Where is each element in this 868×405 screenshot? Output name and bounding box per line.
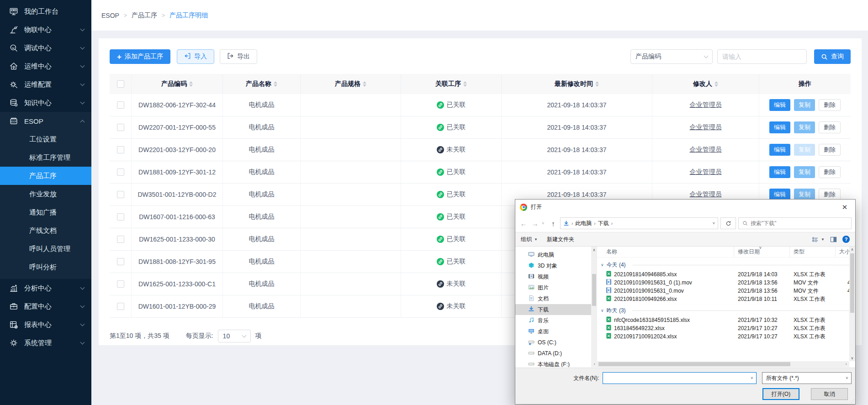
- tree-scrollbar[interactable]: ∧ ∨: [591, 247, 597, 367]
- tree-item-文档[interactable]: 文档: [515, 293, 591, 304]
- file-row[interactable]: 1631845649232.xlsx 2021/9/17 10:27 XLSX …: [597, 324, 855, 332]
- file-row[interactable]: 20210910190915631_0.mov 2021/9/18 13:56 …: [597, 287, 855, 295]
- header-product-code[interactable]: 产品编码: [132, 74, 223, 94]
- filetype-select[interactable]: 所有文件 (*.*) ˅: [762, 372, 852, 384]
- sort-icon[interactable]: [715, 81, 718, 87]
- scrollbar-thumb[interactable]: [850, 253, 854, 313]
- scrollbar-thumb[interactable]: [598, 362, 790, 366]
- file-row[interactable]: 20210918100949266.xlsx 2021/9/18 10:11 X…: [597, 295, 855, 303]
- tree-item-桌面[interactable]: 桌面: [515, 326, 591, 337]
- tree-item-下载[interactable]: 下载: [515, 304, 591, 315]
- filename-input[interactable]: [603, 373, 748, 384]
- close-icon[interactable]: ✕: [835, 200, 854, 215]
- sidebar-subitem-标准工序管理[interactable]: 标准工序管理: [0, 148, 91, 167]
- row-checkbox[interactable]: [117, 258, 124, 265]
- search-input[interactable]: [717, 49, 807, 64]
- row-checkbox[interactable]: [117, 303, 124, 310]
- address-path-downloads[interactable]: 下载: [598, 220, 609, 227]
- sidebar-item-ESOP[interactable]: ESOP ESOP: [0, 112, 91, 130]
- delete-button[interactable]: 删除: [819, 99, 841, 111]
- open-button[interactable]: 打开(O): [762, 388, 799, 400]
- sidebar-item-系统管理[interactable]: 系统管理: [0, 334, 91, 352]
- sidebar-item-运维中心[interactable]: 运维中心: [0, 57, 91, 75]
- scrollbar-thumb[interactable]: [592, 274, 596, 306]
- tree-item-音乐[interactable]: 音乐: [515, 315, 591, 326]
- dialog-search-input[interactable]: [751, 220, 847, 226]
- per-page-select[interactable]: 10: [218, 330, 251, 342]
- modifier-link[interactable]: 企业管理员: [690, 168, 722, 176]
- scroll-down-icon[interactable]: ∨: [851, 355, 854, 361]
- tree-item-3D 对象[interactable]: 3D 对象: [515, 260, 591, 271]
- horizontal-scrollbar[interactable]: ‹ ›: [591, 361, 849, 367]
- scroll-up-icon[interactable]: ∧: [851, 247, 854, 252]
- resize-grip[interactable]: ⋰: [851, 399, 854, 403]
- header-modifier[interactable]: 修改人: [652, 74, 759, 94]
- row-checkbox[interactable]: [117, 124, 124, 131]
- sidebar-item-运维配置[interactable]: 运维配置: [0, 75, 91, 94]
- collapse-chevron-icon[interactable]: ∨: [601, 263, 604, 267]
- back-icon[interactable]: ←: [519, 220, 528, 227]
- tree-item-视频[interactable]: 视频: [515, 271, 591, 282]
- sidebar-item-物联中心[interactable]: 物联中心: [0, 21, 91, 39]
- row-checkbox[interactable]: [117, 146, 124, 153]
- column-type[interactable]: 类型: [790, 247, 836, 257]
- delete-button[interactable]: 删除: [819, 144, 841, 156]
- file-row[interactable]: 20210910190915631_0 (1).mov 2021/9/18 13…: [597, 279, 855, 287]
- row-checkbox[interactable]: [117, 168, 124, 176]
- row-checkbox[interactable]: [117, 101, 124, 109]
- breadcrumb-esop[interactable]: ESOP: [101, 12, 119, 19]
- sort-icon[interactable]: [274, 81, 277, 87]
- address-dropdown-icon[interactable]: ˅: [713, 221, 715, 226]
- preview-pane-button[interactable]: [830, 236, 837, 243]
- sidebar-subitem-呼叫人员管理[interactable]: 呼叫人员管理: [0, 240, 91, 258]
- edit-button[interactable]: 编辑: [769, 144, 790, 156]
- file-row[interactable]: nfcQrcode1631845915185.xlsx 2021/9/17 10…: [597, 316, 855, 324]
- sort-icon[interactable]: [463, 81, 467, 87]
- chevron-down-icon[interactable]: ˅: [748, 376, 756, 380]
- file-group-header[interactable]: ∨ 今天 (4): [597, 259, 855, 270]
- dialog-search-box[interactable]: [738, 217, 852, 229]
- export-button[interactable]: 导出: [220, 49, 257, 64]
- tree-item-此电脑[interactable]: 此电脑: [515, 249, 591, 260]
- sort-icon[interactable]: [595, 81, 599, 87]
- dialog-titlebar[interactable]: 打开 ✕: [515, 200, 855, 215]
- file-group-header[interactable]: ∨ 昨天 (3): [597, 305, 855, 316]
- sort-icon[interactable]: [189, 81, 193, 87]
- add-product-process-button[interactable]: + 添加产品工序: [110, 49, 170, 64]
- header-linked-process[interactable]: 关联工序: [401, 74, 502, 94]
- modifier-link[interactable]: 企业管理员: [690, 123, 722, 131]
- row-checkbox[interactable]: [117, 191, 124, 198]
- modifier-link[interactable]: 企业管理员: [690, 146, 722, 154]
- sort-icon[interactable]: [363, 81, 366, 87]
- edit-button[interactable]: 编辑: [769, 99, 790, 111]
- file-row[interactable]: 20210917100912024.xlsx 2021/9/17 10:27 X…: [597, 332, 855, 341]
- tree-item-DATA (D:)[interactable]: DATA (D:): [515, 348, 591, 359]
- header-product-spec[interactable]: 产品规格: [301, 74, 401, 94]
- filter-field-select[interactable]: 产品编码: [630, 49, 713, 64]
- row-checkbox[interactable]: [117, 280, 124, 288]
- copy-button[interactable]: 复制: [794, 99, 815, 111]
- scroll-up-icon[interactable]: ∧: [593, 247, 596, 253]
- import-button[interactable]: 导入: [177, 49, 214, 64]
- row-checkbox[interactable]: [117, 213, 124, 221]
- header-modified-time[interactable]: 最新修改时间: [502, 74, 652, 94]
- help-icon[interactable]: ?: [842, 236, 850, 243]
- scroll-right-icon[interactable]: ›: [843, 362, 849, 366]
- copy-button[interactable]: 复制: [794, 121, 815, 133]
- sidebar-item-配置中心[interactable]: 配置中心: [0, 297, 91, 316]
- sidebar-item-报表中心[interactable]: 报表中心: [0, 316, 91, 334]
- edit-button[interactable]: 编辑: [769, 166, 790, 178]
- address-path-computer[interactable]: 此电脑: [575, 220, 592, 227]
- header-product-name[interactable]: 产品名称: [223, 74, 301, 94]
- sidebar-subitem-通知广播[interactable]: 通知广播: [0, 203, 91, 221]
- sidebar-subitem-作业发放[interactable]: 作业发放: [0, 185, 91, 203]
- file-row[interactable]: 20210918140946885.xlsx 2021/9/18 14:03 X…: [597, 270, 855, 279]
- breadcrumb-product-process[interactable]: 产品工序: [132, 11, 157, 20]
- sidebar-item-调试中心[interactable]: 调试中心: [0, 39, 91, 57]
- tree-item-本地磁盘 (F:)[interactable]: 本地磁盘 (F:): [515, 359, 591, 367]
- row-checkbox[interactable]: [117, 236, 124, 243]
- address-breadcrumb[interactable]: › 此电脑 › 下载 › ˅: [560, 217, 718, 229]
- delete-button[interactable]: 删除: [819, 121, 841, 133]
- sidebar-subitem-产品工序[interactable]: 产品工序: [0, 167, 91, 185]
- edit-button[interactable]: 编辑: [769, 121, 790, 133]
